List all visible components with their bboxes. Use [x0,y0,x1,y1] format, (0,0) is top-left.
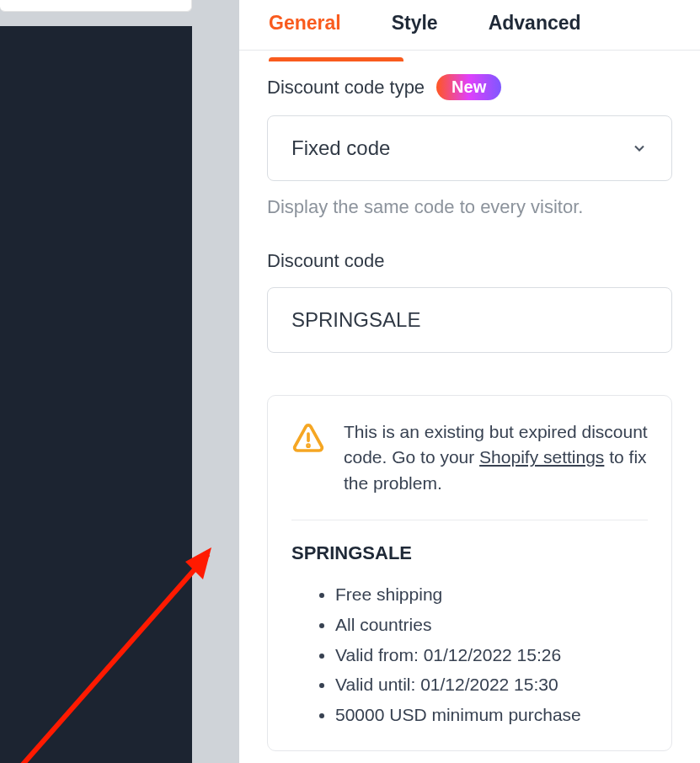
preview-corner [0,0,192,12]
warning-box: This is an existing but expired discount… [267,395,672,751]
discount-type-label-row: Discount code type New [267,74,672,100]
list-item: 50000 USD minimum purchase [335,700,648,730]
preview-dark-area [0,26,192,763]
list-item: Valid from: 01/12/2022 15:26 [335,640,648,670]
discount-type-helper: Display the same code to every visitor. [267,196,672,218]
list-item: Valid until: 01/12/2022 15:30 [335,670,648,700]
discount-type-label: Discount code type [267,77,425,99]
code-summary-title: SPRINGSALE [291,542,648,564]
code-summary-list: Free shipping All countries Valid from: … [291,579,648,729]
warning-icon [291,421,325,455]
tabs: General Style Advanced [239,0,700,51]
svg-point-3 [307,445,309,446]
discount-type-value: Fixed code [291,136,390,160]
list-item: All countries [335,610,648,640]
chevron-down-icon [631,140,648,157]
general-content: Discount code type New Fixed code Displa… [239,51,700,751]
tab-advanced[interactable]: Advanced [489,12,581,38]
shopify-settings-link[interactable]: Shopify settings [479,447,604,467]
new-badge: New [436,74,501,100]
tab-general[interactable]: General [269,12,341,38]
warning-header: This is an existing but expired discount… [291,419,648,520]
discount-code-input[interactable] [267,287,672,353]
preview-panel [0,0,212,763]
discount-type-select[interactable]: Fixed code [267,115,672,181]
settings-panel: General Style Advanced Discount code typ… [239,0,700,763]
discount-code-label: Discount code [267,250,672,272]
tab-style[interactable]: Style [392,12,438,38]
warning-text: This is an existing but expired discount… [344,419,648,496]
list-item: Free shipping [335,579,648,610]
